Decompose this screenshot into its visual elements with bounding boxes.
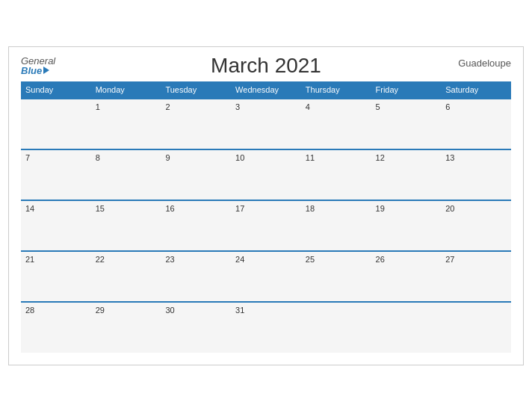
- day-number: 26: [376, 255, 385, 264]
- weekday-monday: Monday: [91, 81, 161, 99]
- day-number: 13: [445, 153, 454, 162]
- brand-blue-text: Blue: [21, 66, 49, 75]
- day-number: 12: [376, 153, 385, 162]
- calendar-day-cell: 20: [441, 200, 511, 251]
- day-number: 8: [96, 153, 100, 162]
- day-number: 15: [96, 204, 105, 213]
- day-number: 29: [96, 306, 105, 315]
- weekday-saturday: Saturday: [441, 81, 511, 99]
- calendar-day-cell: 12: [371, 149, 442, 200]
- calendar-day-cell: 25: [301, 251, 371, 302]
- calendar-day-cell: 22: [91, 251, 161, 302]
- day-number: 22: [96, 255, 105, 264]
- day-number: 18: [306, 204, 315, 213]
- day-number: 6: [445, 102, 450, 111]
- calendar-day-cell: 23: [161, 251, 231, 302]
- day-number: 1: [96, 102, 100, 111]
- brand-general-text: General: [21, 56, 55, 66]
- day-number: 23: [165, 255, 174, 264]
- calendar-container: General Blue March 2021 Guadeloupe Sunda…: [8, 46, 524, 365]
- weekday-tuesday: Tuesday: [161, 81, 231, 99]
- day-number: 4: [306, 102, 310, 111]
- calendar-title: March 2021: [211, 54, 321, 78]
- weekday-header-row: Sunday Monday Tuesday Wednesday Thursday…: [21, 81, 511, 99]
- calendar-day-cell: 28: [21, 302, 91, 353]
- calendar-day-cell: [301, 302, 371, 353]
- calendar-day-cell: 27: [441, 251, 511, 302]
- day-number: 9: [165, 153, 170, 162]
- day-number: 7: [25, 153, 30, 162]
- calendar-day-cell: 7: [21, 149, 91, 200]
- calendar-day-cell: [441, 302, 511, 353]
- calendar-day-cell: 6: [441, 99, 511, 149]
- day-number: 20: [445, 204, 454, 213]
- calendar-day-cell: 1: [91, 99, 161, 149]
- calendar-day-cell: 2: [161, 99, 231, 149]
- calendar-day-cell: 21: [21, 251, 91, 302]
- day-number: 28: [25, 306, 34, 315]
- calendar-day-cell: 16: [161, 200, 231, 251]
- calendar-day-cell: 11: [301, 149, 371, 200]
- calendar-day-cell: 13: [441, 149, 511, 200]
- day-number: 16: [165, 204, 174, 213]
- day-number: 30: [165, 306, 174, 315]
- calendar-day-cell: 30: [161, 302, 231, 353]
- day-number: 31: [235, 306, 244, 315]
- weekday-wednesday: Wednesday: [231, 81, 301, 99]
- calendar-region: Guadeloupe: [458, 58, 511, 69]
- day-number: 2: [165, 102, 170, 111]
- brand-logo: General Blue: [21, 56, 55, 75]
- calendar-day-cell: 18: [301, 200, 371, 251]
- calendar-day-cell: [21, 99, 91, 149]
- calendar-week-row: 28293031: [21, 302, 511, 353]
- calendar-day-cell: 14: [21, 200, 91, 251]
- calendar-day-cell: 8: [91, 149, 161, 200]
- day-number: 10: [235, 153, 244, 162]
- day-number: 17: [235, 204, 244, 213]
- calendar-day-cell: 5: [371, 99, 442, 149]
- day-number: 14: [25, 204, 34, 213]
- calendar-day-cell: 17: [231, 200, 301, 251]
- weekday-friday: Friday: [371, 81, 442, 99]
- calendar-week-row: 78910111213: [21, 149, 511, 200]
- day-number: 11: [306, 153, 315, 162]
- calendar-day-cell: 26: [371, 251, 442, 302]
- day-number: 27: [445, 255, 454, 264]
- calendar-day-cell: 3: [231, 99, 301, 149]
- day-number: 19: [376, 204, 385, 213]
- brand-triangle-icon: [43, 67, 49, 74]
- day-number: 5: [376, 102, 380, 111]
- calendar-week-row: 21222324252627: [21, 251, 511, 302]
- calendar-header: General Blue March 2021 Guadeloupe: [21, 56, 511, 75]
- day-number: 21: [25, 255, 34, 264]
- calendar-day-cell: 15: [91, 200, 161, 251]
- calendar-day-cell: 19: [371, 200, 442, 251]
- calendar-grid: Sunday Monday Tuesday Wednesday Thursday…: [21, 81, 511, 353]
- calendar-day-cell: 4: [301, 99, 371, 149]
- day-number: 3: [235, 102, 240, 111]
- calendar-day-cell: 29: [91, 302, 161, 353]
- calendar-day-cell: [371, 302, 442, 353]
- calendar-week-row: 123456: [21, 99, 511, 149]
- day-number: 25: [306, 255, 315, 264]
- calendar-week-row: 14151617181920: [21, 200, 511, 251]
- weekday-sunday: Sunday: [21, 81, 91, 99]
- calendar-day-cell: 9: [161, 149, 231, 200]
- calendar-day-cell: 31: [231, 302, 301, 353]
- calendar-day-cell: 24: [231, 251, 301, 302]
- day-number: 24: [235, 255, 244, 264]
- weekday-thursday: Thursday: [301, 81, 371, 99]
- calendar-day-cell: 10: [231, 149, 301, 200]
